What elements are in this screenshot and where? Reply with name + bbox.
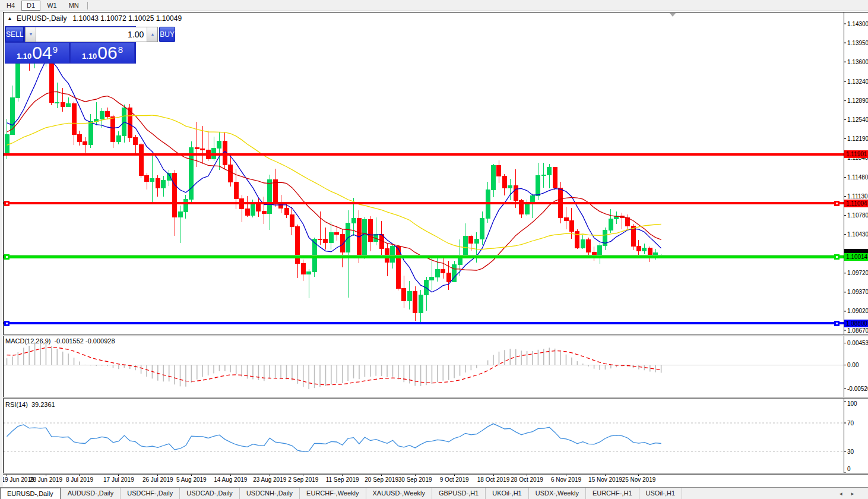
candle	[212, 137, 216, 161]
hline-handle[interactable]	[834, 321, 840, 326]
candle	[430, 258, 434, 290]
tab-ukoil-h1[interactable]: UKOil-,H1	[486, 488, 529, 499]
sell-price-pip-digit: 9	[53, 45, 58, 55]
date-axis-label: 20 Sep 2019	[365, 476, 398, 483]
candle	[363, 217, 367, 259]
candle	[273, 169, 277, 207]
hline-handle[interactable]	[4, 254, 9, 260]
candle-body	[340, 235, 344, 252]
candle	[609, 209, 613, 233]
tab-usdcad-daily[interactable]: USDCAD-,Daily	[180, 488, 240, 499]
rsi-panel-divider[interactable]	[3, 397, 868, 399]
date-axis-label: 17 Jul 2019	[103, 476, 134, 483]
hline-handle[interactable]	[4, 321, 9, 326]
one-click-toggle-icon[interactable]: ▲	[7, 15, 12, 21]
tab-usdchf-daily[interactable]: USDCHF-,Daily	[121, 488, 180, 499]
timeframe-button-d1[interactable]: D1	[21, 1, 40, 11]
volume-stepper: ▼ ▲	[25, 27, 158, 42]
candle-body	[609, 219, 613, 230]
hline-handle[interactable]	[834, 254, 840, 260]
horizontal-level-line[interactable]	[4, 255, 844, 258]
candle	[88, 114, 93, 148]
candle	[519, 199, 524, 218]
tab-usoil-h1[interactable]: USOil-,H1	[639, 488, 683, 499]
candle	[541, 163, 546, 188]
candle	[111, 115, 115, 148]
horizontal-level-line[interactable]	[4, 322, 844, 324]
candle	[217, 132, 221, 169]
price-axis-label: 1.11480	[847, 174, 868, 181]
horizontal-level-line[interactable]	[4, 202, 844, 204]
tab-xauusd-weekly[interactable]: XAUUSD-,Weekly	[366, 488, 432, 499]
candle	[385, 244, 389, 276]
tab-eurusd-daily[interactable]: EURUSD-,Daily	[0, 488, 61, 499]
volume-input[interactable]	[36, 27, 147, 42]
terminal-window: 1.143001.139501.136001.132401.128901.125…	[0, 0, 868, 499]
candle-body	[217, 141, 221, 149]
price-axis-separator	[844, 12, 844, 475]
candle	[379, 221, 384, 258]
price-axis-label: 1.10780	[847, 212, 868, 219]
volume-increase-icon[interactable]: ▲	[147, 27, 157, 42]
candle-body	[547, 168, 552, 175]
buy-price[interactable]: 1.10 06 8	[71, 43, 134, 63]
candle	[374, 217, 378, 245]
date-axis-label: 5 Aug 2019	[176, 476, 207, 483]
horizontal-level-line[interactable]	[4, 153, 844, 156]
tab-scroll-arrows: ◄ ►	[831, 488, 868, 499]
buy-price-prefix: 1.10	[82, 52, 97, 61]
hline-handle[interactable]	[834, 201, 840, 206]
tab-scroll-right-icon[interactable]: ►	[850, 491, 855, 497]
sell-price[interactable]: 1.10 04 9	[5, 43, 69, 63]
candle	[245, 196, 249, 217]
tab-usdx-weekly[interactable]: USDX-,Weekly	[529, 488, 586, 499]
candle-body	[396, 247, 400, 289]
tab-eurchf-weekly[interactable]: EURCHF-,Weekly	[300, 488, 366, 499]
timeframe-button-h4[interactable]: H4	[1, 1, 20, 11]
candle	[581, 235, 585, 250]
timeframe-button-w1[interactable]: W1	[42, 1, 62, 11]
candle	[425, 277, 429, 311]
tab-eurchf-h1[interactable]: EURCHF-,H1	[586, 488, 639, 499]
price-axis-label: 1.09370	[847, 289, 868, 295]
moving-average-line-18	[7, 91, 661, 270]
tab-audusd-daily[interactable]: AUDUSD-,Daily	[61, 488, 121, 499]
hline-handle-dot	[836, 256, 838, 258]
candle-body	[262, 211, 266, 214]
hline-handle[interactable]	[4, 201, 9, 206]
candle-body	[553, 168, 557, 188]
rsi-indicator-label: RSI(14)39.2361	[5, 401, 59, 408]
candle-body	[508, 185, 512, 188]
candle-body	[575, 231, 579, 248]
candle	[564, 207, 568, 229]
moving-average-line-40	[7, 115, 661, 250]
tab-scroll-left-icon[interactable]: ◄	[838, 491, 843, 497]
chart-frame-left	[3, 12, 4, 475]
volume-decrease-icon[interactable]: ▼	[26, 27, 36, 42]
rsi-name: RSI(14)	[5, 401, 28, 408]
candle-body	[145, 176, 149, 182]
candle-body	[474, 239, 479, 243]
candle	[284, 204, 289, 218]
candle-body	[514, 185, 518, 201]
tab-usdcnh-daily[interactable]: USDCNH-,Daily	[240, 488, 300, 499]
buy-button[interactable]: BUY	[159, 27, 175, 42]
level-price-axis-label-text: 1.11004	[846, 200, 867, 207]
candle-body	[368, 219, 372, 242]
candle	[642, 244, 647, 254]
chart-shift-marker[interactable]	[670, 13, 676, 17]
tab-gbpusd-h1[interactable]: GBPUSD-,H1	[432, 488, 486, 499]
candle	[77, 131, 81, 146]
date-axis-label: 9 Oct 2019	[440, 476, 469, 483]
macd-panel-divider[interactable]	[3, 334, 868, 336]
candle	[290, 207, 294, 235]
candle	[116, 131, 121, 145]
sell-button[interactable]: SELL	[5, 27, 24, 42]
candle	[502, 174, 506, 195]
timeframe-button-mn[interactable]: MN	[64, 1, 84, 11]
date-axis-label: 23 Aug 2019	[253, 476, 287, 483]
candle-body	[307, 272, 311, 274]
candle	[301, 260, 305, 281]
candle	[441, 258, 445, 279]
date-axis-label: 28 Oct 2019	[511, 476, 543, 483]
